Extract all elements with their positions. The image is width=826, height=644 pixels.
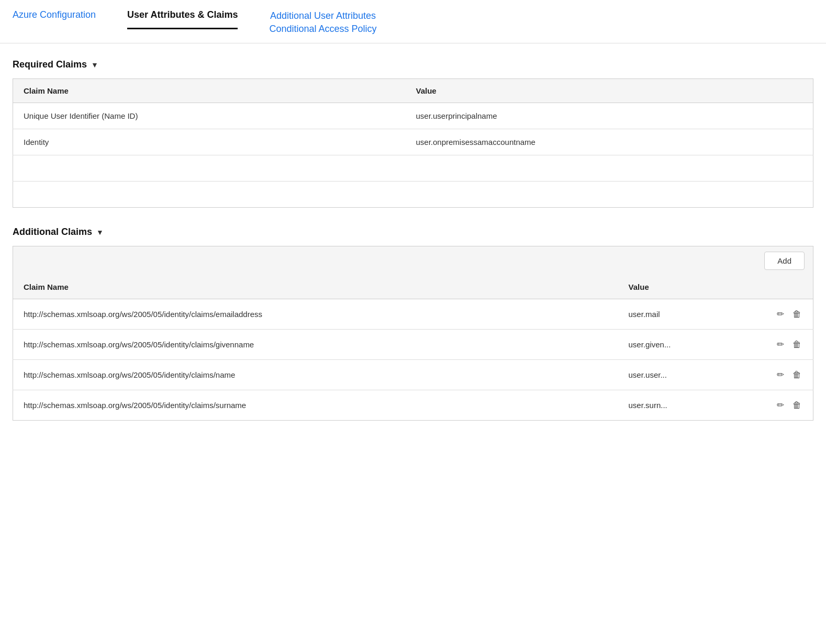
delete-claim-button[interactable]: 🗑 xyxy=(791,369,802,381)
additional-claims-title: Additional Claims xyxy=(13,227,92,238)
required-claim-value: user.onpremisessamaccountname xyxy=(405,129,813,155)
edit-claim-button[interactable]: ✏ xyxy=(776,399,785,412)
main-content: Required Claims ▼ Claim Name Value Uniqu… xyxy=(0,43,826,436)
required-claims-header[interactable]: Required Claims ▼ xyxy=(13,59,813,70)
additional-claim-actions: ✏ 🗑 xyxy=(765,299,813,330)
additional-claim-actions-header xyxy=(765,275,813,299)
additional-claim-name: http://schemas.xmlsoap.org/ws/2005/05/id… xyxy=(13,360,618,390)
nav-azure-config[interactable]: Azure Configuration xyxy=(13,9,96,28)
edit-claim-button[interactable]: ✏ xyxy=(776,338,785,351)
required-claims-row: Unique User Identifier (Name ID) user.us… xyxy=(13,103,813,129)
additional-claims-header[interactable]: Additional Claims ▼ xyxy=(13,227,813,238)
required-claims-empty-row xyxy=(13,155,813,182)
top-nav: Azure Configuration User Attributes & Cl… xyxy=(0,0,826,43)
required-claims-empty-row xyxy=(13,182,813,208)
additional-claim-value: user.surn... xyxy=(618,390,765,421)
additional-claims-row: http://schemas.xmlsoap.org/ws/2005/05/id… xyxy=(13,299,813,330)
additional-claims-table: Claim Name Value http://schemas.xmlsoap.… xyxy=(13,275,813,421)
delete-claim-button[interactable]: 🗑 xyxy=(791,338,802,351)
edit-claim-button[interactable]: ✏ xyxy=(776,368,785,381)
required-claims-table: Claim Name Value Unique User Identifier … xyxy=(13,78,813,208)
additional-claim-actions: ✏ 🗑 xyxy=(765,330,813,360)
additional-claim-name: http://schemas.xmlsoap.org/ws/2005/05/id… xyxy=(13,299,618,330)
add-claim-button[interactable]: Add xyxy=(764,252,805,270)
additional-claims-toolbar: Add xyxy=(13,246,813,275)
required-claim-name: Identity xyxy=(13,129,406,155)
additional-claim-actions: ✏ 🗑 xyxy=(765,390,813,421)
additional-claim-value: user.mail xyxy=(618,299,765,330)
nav-additional-user[interactable]: Additional User Attributes Conditional A… xyxy=(269,9,376,43)
additional-claim-value-header: Value xyxy=(618,275,765,299)
edit-claim-button[interactable]: ✏ xyxy=(776,308,785,321)
additional-claim-actions: ✏ 🗑 xyxy=(765,360,813,390)
additional-claims-row: http://schemas.xmlsoap.org/ws/2005/05/id… xyxy=(13,360,813,390)
required-claim-value-header: Value xyxy=(405,79,813,103)
required-claims-chevron: ▼ xyxy=(91,61,98,69)
delete-claim-button[interactable]: 🗑 xyxy=(791,399,802,412)
required-claim-name-header: Claim Name xyxy=(13,79,406,103)
additional-claim-name-header: Claim Name xyxy=(13,275,618,299)
required-claim-name: Unique User Identifier (Name ID) xyxy=(13,103,406,129)
additional-claims-row: http://schemas.xmlsoap.org/ws/2005/05/id… xyxy=(13,390,813,421)
delete-claim-button[interactable]: 🗑 xyxy=(791,308,802,321)
required-claims-header-row: Claim Name Value xyxy=(13,79,813,103)
additional-claims-row: http://schemas.xmlsoap.org/ws/2005/05/id… xyxy=(13,330,813,360)
nav-user-attributes[interactable]: User Attributes & Claims xyxy=(127,9,238,29)
additional-claim-name: http://schemas.xmlsoap.org/ws/2005/05/id… xyxy=(13,390,618,421)
additional-claim-value: user.user... xyxy=(618,360,765,390)
additional-claims-header-row: Claim Name Value xyxy=(13,275,813,299)
required-claims-row: Identity user.onpremisessamaccountname xyxy=(13,129,813,155)
required-claims-title: Required Claims xyxy=(13,59,87,70)
additional-claim-name: http://schemas.xmlsoap.org/ws/2005/05/id… xyxy=(13,330,618,360)
additional-claim-value: user.given... xyxy=(618,330,765,360)
additional-claims-chevron: ▼ xyxy=(96,228,104,236)
required-claim-value: user.userprincipalname xyxy=(405,103,813,129)
